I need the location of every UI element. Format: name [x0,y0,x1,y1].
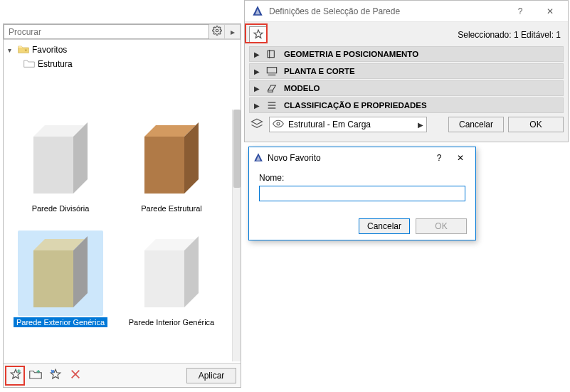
selection-info: Seleccionado: 1 Editável: 1 [458,30,564,40]
name-input[interactable] [259,186,465,201]
close-icon: ✕ [547,6,554,16]
dialog-body: Seleccionado: 1 Editável: 1 ▶GEOMETRIA E… [245,22,568,142]
search-input[interactable] [4,24,209,39]
layer-value: Estrutural - Em Carga [288,120,371,129]
sub-dialog-footer: Cancelar OK [249,213,475,240]
ok-button[interactable]: OK [508,117,564,132]
apply-button[interactable]: Aplicar [186,368,236,383]
gear-icon [212,26,222,38]
thumbnail-preview [18,231,103,316]
sub-ok-button[interactable]: OK [416,218,467,234]
section-header[interactable]: ▶MODELO [249,80,564,96]
favorite-header-row: Seleccionado: 1 Editável: 1 [249,25,564,45]
thumbnail-label: Parede Interior Genérica [126,317,217,327]
sub-close-button[interactable]: ✕ [450,153,471,163]
layer-stack-button[interactable] [249,117,265,132]
section-label: CLASSIFICAÇÃO E PROPRIEDADES [284,101,427,110]
help-icon: ? [518,6,523,16]
disclosure-triangle-icon[interactable]: ▾ [8,46,15,54]
apply-favorite-button[interactable] [48,368,63,383]
sub-dialog-body: Nome: [249,169,475,213]
svg-rect-11 [268,51,274,57]
chevron-right-icon: ▸ [231,27,235,37]
settings-gear-button[interactable] [209,24,225,39]
thumbnail-label: Parede Divisória [29,203,93,213]
delete-button[interactable] [68,368,83,383]
favorites-tree: ▾ Favoritos Estrutura [4,40,241,74]
section-icon [265,66,278,76]
sub-dialog-title: Novo Favorito [268,153,428,163]
tree-item-estrutura[interactable]: Estrutura [4,57,241,71]
dialog-title: Definições de Selecção de Parede [269,6,505,16]
folder-icon [23,58,35,70]
thumbnail-grid: Parede DivisóriaParede EstruturalParede … [4,110,232,361]
favorites-panel: ▸ ▾ Favoritos Estrutura Parede Divisória… [3,23,241,388]
section-icon [265,49,278,59]
tree-item-label: Estrutura [38,59,73,69]
chevron-right-icon: ▶ [254,68,260,75]
thumbnail-preview [129,117,214,202]
thumbnail-preview [129,231,214,316]
delete-x-icon [70,369,81,382]
eye-icon [273,120,284,130]
new-folder-button[interactable] [28,368,43,383]
section-icon [265,83,278,93]
app-icon [253,152,263,164]
dialog-footer: Estrutural - Em Carga ▶ Cancelar OK [249,115,564,134]
cancel-button[interactable]: Cancelar [448,117,504,132]
section-label: GEOMETRIA E POSICIONAMENTO [284,50,418,58]
svg-point-18 [277,122,280,125]
search-row: ▸ [4,24,241,40]
chevron-right-icon: ▶ [254,51,260,58]
section-icon [265,100,278,110]
sub-cancel-button[interactable]: Cancelar [359,218,410,234]
section-header[interactable]: ▶CLASSIFICAÇÃO E PROPRIEDADES [249,97,564,113]
favorite-star-button[interactable] [249,26,268,43]
sub-help-button[interactable]: ? [428,153,450,163]
dropdown-arrow-icon: ▶ [418,121,423,129]
svg-marker-10 [254,30,263,38]
star-plus-icon [9,368,22,383]
thumbnail-item[interactable]: Parede Interior Genérica [116,226,227,340]
star-folder-icon [18,44,29,56]
favorites-toolbar: Aplicar [4,363,241,387]
scrollbar[interactable] [232,110,241,361]
wall-settings-dialog: Definições de Selecção de Parede ? ✕ Sel… [244,0,569,142]
help-button[interactable]: ? [505,1,535,21]
thumbnail-item[interactable]: Parede Estrutural [116,112,227,226]
name-label: Nome: [259,173,465,183]
sub-titlebar[interactable]: Novo Favorito ? ✕ [249,147,475,169]
folder-plus-icon [29,368,42,383]
close-button[interactable]: ✕ [535,1,565,21]
tree-root-label: Favoritos [32,45,67,55]
layer-combo[interactable]: Estrutural - Em Carga ▶ [269,117,427,132]
thumbnail-preview [18,117,103,202]
section-header[interactable]: ▶GEOMETRIA E POSICIONAMENTO [249,46,564,62]
star-apply-icon [49,368,62,383]
svg-point-0 [216,29,218,32]
section-label: PLANTA E CORTE [284,67,355,75]
star-icon [253,28,264,42]
thumbnail-item[interactable]: Parede Exterior Genérica [5,226,116,340]
tree-root-favorites[interactable]: ▾ Favoritos [4,43,241,57]
thumbnail-label: Parede Estrutural [138,203,205,213]
chevron-right-icon: ▶ [254,102,260,110]
new-favorite-dialog: Novo Favorito ? ✕ Nome: Cancelar OK [248,147,476,240]
thumbnail-label: Parede Exterior Genérica [14,317,107,327]
chevron-right-icon: ▶ [254,85,260,92]
titlebar[interactable]: Definições de Selecção de Parede ? ✕ [245,1,568,22]
layers-icon [250,118,263,132]
app-icon [252,5,265,18]
svg-rect-13 [267,68,276,73]
add-favorite-button[interactable] [8,368,23,383]
section-header[interactable]: ▶PLANTA E CORTE [249,63,564,79]
svg-marker-17 [252,119,263,125]
section-label: MODELO [284,84,320,92]
search-options-button[interactable]: ▸ [225,24,241,39]
thumbnail-item[interactable]: Parede Divisória [5,112,116,226]
